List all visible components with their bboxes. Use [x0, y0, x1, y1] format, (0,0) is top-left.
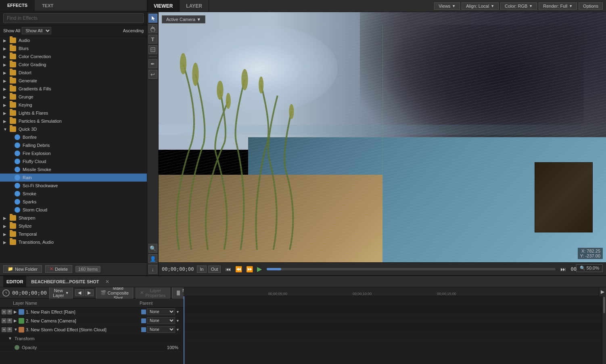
- align-button[interactable]: Align: Local ▼: [462, 2, 499, 10]
- playhead-track[interactable]: [267, 268, 555, 270]
- category-sharpen[interactable]: ▶ Sharpen: [0, 214, 147, 222]
- person-tool-button[interactable]: 👤: [148, 254, 157, 263]
- make-composite-icon: 🎬: [100, 290, 106, 295]
- layer-expand-2[interactable]: ▶: [14, 318, 19, 323]
- category-keying[interactable]: ▶ Keying: [0, 101, 147, 109]
- layer-vis-buttons-1: ● 👁: [2, 310, 14, 314]
- effect-sci-fi-shockwave[interactable]: Sci-Fi Shockwave: [0, 182, 147, 190]
- vscroll-thumb[interactable]: [603, 297, 605, 313]
- timeline-scroll-right-button[interactable]: ▶: [599, 287, 606, 296]
- tab-viewer[interactable]: VIEWER: [147, 0, 180, 12]
- jump-start-button[interactable]: ⏮: [224, 265, 233, 273]
- select-tool-button[interactable]: [148, 14, 157, 23]
- layer-name-2: 2. New Camera [Camera]: [26, 318, 141, 323]
- sort-label[interactable]: Ascending: [123, 28, 144, 33]
- active-camera-button[interactable]: Active Camera ▼: [162, 15, 205, 23]
- sub-expand-transform[interactable]: ▼: [8, 336, 13, 341]
- play-button[interactable]: ▶: [255, 264, 263, 274]
- delete-icon: ✕: [50, 266, 53, 272]
- hand-tool-button[interactable]: [148, 24, 157, 33]
- category-gradients[interactable]: ▶ Gradients & Fills: [0, 85, 147, 93]
- views-button[interactable]: Views ▼: [434, 2, 460, 10]
- delete-button[interactable]: ✕ Delete: [45, 265, 72, 273]
- effect-smoke[interactable]: Smoke: [0, 190, 147, 198]
- color-label: Color: RGB: [505, 4, 527, 8]
- options-button[interactable]: Options: [579, 2, 603, 10]
- effect-icon-missile-smoke: [15, 167, 20, 172]
- category-arrow-keying: ▶: [3, 103, 8, 107]
- layer-eye-button-1[interactable]: 👁: [7, 310, 12, 314]
- layer-expand-3[interactable]: ▼: [14, 327, 19, 332]
- layer-properties-button[interactable]: ✕ Layer Properties: [136, 287, 170, 299]
- layer-eye-button-3[interactable]: 👁: [7, 327, 12, 332]
- category-color-correction[interactable]: ▶ Color Correction: [0, 52, 147, 61]
- color-button[interactable]: Color: RGB ▼: [500, 2, 537, 10]
- composite-close-icon[interactable]: ✕: [105, 279, 109, 285]
- nav-prev-button[interactable]: ◀: [75, 289, 84, 296]
- tab-editor[interactable]: EDITOR: [3, 276, 26, 287]
- pen-tool-button[interactable]: ✒: [148, 59, 157, 68]
- category-color-grading[interactable]: ▶ Color Grading: [0, 61, 147, 69]
- layer-parent-icon-2: [141, 318, 146, 323]
- effect-rain[interactable]: Rain: [0, 174, 147, 182]
- layer-parent-select-3[interactable]: None: [147, 326, 175, 333]
- tab-text[interactable]: TEXT: [35, 0, 61, 11]
- new-folder-button[interactable]: 📁 New Folder: [3, 265, 42, 273]
- viewport-container: Active Camera ▼: [159, 12, 606, 275]
- in-button[interactable]: In: [197, 266, 206, 273]
- viewer-area: T ✒ ↩ 🔍 👤 ↓ Active Camera ▼: [147, 12, 606, 275]
- layer-eye-button-2[interactable]: 👁: [7, 318, 12, 323]
- table-row[interactable]: ● 👁 ▶ 2. New Camera [Camera] None ▼: [0, 316, 183, 325]
- effect-storm-cloud[interactable]: Storm Cloud: [0, 206, 147, 214]
- effect-falling-debris[interactable]: Falling Debris: [0, 141, 147, 149]
- effect-missile-smoke[interactable]: Missile Smoke: [0, 165, 147, 174]
- category-temporal[interactable]: ▶ Temporal: [0, 230, 147, 238]
- category-particles[interactable]: ▶ Particles & Simulation: [0, 117, 147, 125]
- tab-effects[interactable]: EFFECTS: [0, 0, 35, 11]
- text-tool-button[interactable]: T: [148, 35, 157, 44]
- layer-parent-select-2[interactable]: None: [147, 317, 175, 324]
- new-layer-button[interactable]: New Layer ▼: [49, 287, 72, 299]
- render-label: Render: Full: [543, 4, 567, 8]
- table-row[interactable]: ● 👁 ▼ 3. New Storm Cloud Effect [Storm C…: [0, 325, 183, 334]
- out-button[interactable]: Out: [208, 266, 221, 273]
- table-row[interactable]: ● 👁 ▶ 1. New Rain Effect [Rain] None ▼: [0, 308, 183, 316]
- layer-solo-button-1[interactable]: ●: [2, 310, 6, 314]
- zoom-button[interactable]: 🔍 50.0%: [576, 264, 603, 272]
- effect-sparks[interactable]: Sparks: [0, 198, 147, 206]
- timeline-vscroll[interactable]: [602, 296, 606, 364]
- bottom-tool-button[interactable]: ↓: [148, 265, 157, 274]
- category-blurs[interactable]: ▶ Blurs: [0, 44, 147, 52]
- jump-end-button[interactable]: ⏭: [559, 265, 568, 273]
- layer-parent-select-1[interactable]: None: [147, 308, 175, 315]
- category-quick3d[interactable]: ▼ Quick 3D: [0, 125, 147, 133]
- category-label-cc: Color Correction: [19, 54, 51, 59]
- effect-fluffy-cloud[interactable]: Fluffy Cloud: [0, 157, 147, 165]
- tab-layer[interactable]: LAYER: [180, 0, 209, 12]
- layer-expand-1[interactable]: ▶: [14, 310, 19, 314]
- category-generate[interactable]: ▶ Generate: [0, 77, 147, 85]
- category-audio[interactable]: ▶ Audio: [0, 36, 147, 44]
- effect-bonfire[interactable]: Bonfire: [0, 133, 147, 141]
- zoom-tool-button[interactable]: 🔍: [148, 244, 157, 253]
- layer-solo-button-2[interactable]: ●: [2, 318, 6, 323]
- transform-tool-button[interactable]: [148, 45, 157, 54]
- step-frame-button[interactable]: ⏩: [244, 265, 255, 273]
- category-lights[interactable]: ▶ Lights & Flares: [0, 109, 147, 117]
- col-name-header: Layer Name: [13, 301, 140, 305]
- undo-tool-button[interactable]: ↩: [148, 70, 157, 79]
- effect-fire-explosion[interactable]: Fire Explosion: [0, 149, 147, 157]
- step-back-button[interactable]: ⏪: [234, 265, 244, 273]
- effect-label-fluffy-cloud: Fluffy Cloud: [23, 159, 46, 164]
- category-grunge[interactable]: ▶ Grunge: [0, 93, 147, 101]
- svg-point-6: [259, 76, 263, 93]
- nav-next-button[interactable]: ▶: [85, 289, 94, 296]
- filter-select[interactable]: Show All: [22, 27, 51, 34]
- effect-icon-rain: [15, 175, 20, 180]
- search-input[interactable]: [3, 13, 144, 23]
- category-distort[interactable]: ▶ Distort: [0, 69, 147, 77]
- category-transitions[interactable]: ▶ Transitions, Audio: [0, 238, 147, 246]
- render-button[interactable]: Render: Full ▼: [539, 2, 577, 10]
- layer-solo-button-3[interactable]: ●: [2, 327, 6, 332]
- category-stylize[interactable]: ▶ Stylize: [0, 222, 147, 230]
